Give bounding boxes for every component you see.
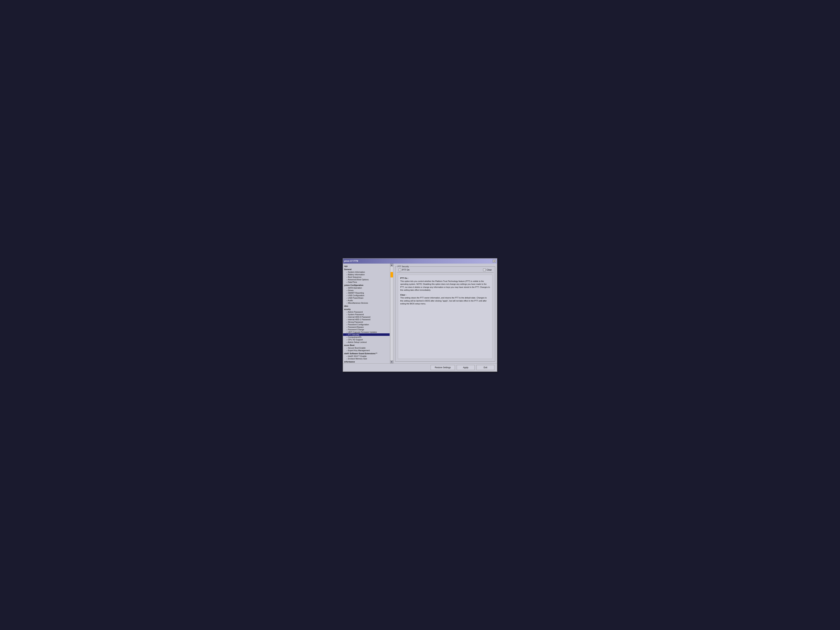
ptt-security-section: PTT Security PTT On Clear	[395, 265, 495, 362]
sidebar-item[interactable]: – Internal HDD-0 Password	[343, 316, 390, 318]
sidebar-item[interactable]: – System Password	[343, 313, 390, 316]
exit-button[interactable]: Exit	[477, 365, 494, 370]
sidebar-category: ecure Boot	[343, 344, 390, 347]
ptt-description: PTT On : This option lets you control wh…	[398, 275, 493, 359]
sidebar-item[interactable]: – USB Configuration	[343, 294, 390, 297]
sidebar-category: ideo	[343, 305, 390, 308]
sidebar-category: General	[343, 268, 390, 271]
main-panel: PTT Security PTT On Clear	[393, 264, 497, 363]
sidebar-item[interactable]: – Password Configuration	[343, 323, 390, 326]
clear-desc-title: Clear :	[400, 294, 406, 296]
scroll-down-arrow[interactable]: ▼	[390, 360, 393, 363]
sidebar-item[interactable]: – CPU XD Support	[343, 338, 390, 341]
sidebar-item[interactable]: – Advanced Boot Options	[343, 278, 390, 281]
clear-area: Clear	[483, 268, 492, 271]
sidebar-item[interactable]: – Expert Key Management	[343, 349, 390, 352]
scroll-thumb[interactable]	[390, 272, 393, 278]
bottom-bar: Restore Settings Apply Exit	[343, 363, 497, 371]
clear-checkbox[interactable]	[483, 268, 486, 271]
sidebar-item[interactable]: – SMART Reporting	[343, 292, 390, 294]
sidebar-item[interactable]: – Secure Boot Enable	[343, 347, 390, 349]
sidebar-category: ntel® Software Guard Extensions™	[343, 352, 390, 355]
apply-button[interactable]: Apply	[457, 365, 475, 370]
divider	[397, 272, 494, 273]
bios-window: piron 17-7779 × ngsGeneral– System Infor…	[343, 258, 497, 372]
sidebar-item[interactable]: – Multi Core Support	[343, 363, 390, 363]
sidebar-item[interactable]: – Enclave Memory Size	[343, 357, 390, 360]
sidebar-category: ecurity	[343, 308, 390, 311]
sidebar-item[interactable]: – Date/Time	[343, 281, 390, 283]
sidebar-item[interactable]: – Password Change	[343, 328, 390, 331]
sidebar-item[interactable]: – Internal HDD-1 Password	[343, 318, 390, 321]
ptt-on-desc: PTT On : This option lets you control wh…	[400, 277, 490, 292]
ptt-on-label: PTT On	[402, 268, 410, 271]
sidebar-item[interactable]: – USB PowerShare	[343, 297, 390, 299]
sidebar-item[interactable]: – Password Bypass	[343, 326, 390, 328]
title-bar: piron 17-7779 ×	[343, 259, 497, 264]
ptt-on-checkbox[interactable]	[399, 268, 401, 271]
clear-checkbox-item[interactable]: Clear	[483, 268, 492, 271]
sidebar-item[interactable]: – Admin Setup Lockout	[343, 341, 390, 343]
sidebar-inner: ngsGeneral– System Information– Battery …	[343, 265, 393, 363]
clear-desc-text: This setting clears the PTT owner inform…	[400, 297, 487, 305]
window-title: piron 17-7779	[344, 260, 358, 262]
sidebar-item[interactable]: – PTT Security	[343, 333, 390, 336]
clear-label: Clear	[486, 268, 492, 271]
ptt-on-area: PTT On	[399, 268, 480, 271]
ptt-on-desc-title: PTT On :	[400, 277, 409, 279]
content-area: ngsGeneral– System Information– Battery …	[343, 264, 497, 363]
sidebar-category: ngs	[343, 265, 390, 268]
sidebar-category: ystem Configuration	[343, 284, 390, 287]
sidebar-item[interactable]: – Boot Sequence	[343, 276, 390, 278]
sidebar-item[interactable]: – Drives	[343, 289, 390, 292]
restore-settings-button[interactable]: Restore Settings	[431, 365, 455, 370]
clear-desc: Clear : This setting clears the PTT owne…	[400, 294, 490, 305]
sidebar-scrollbar: ▲ ▼	[390, 264, 393, 363]
sidebar-item[interactable]: – Miscellaneous Devices	[343, 302, 390, 304]
ptt-on-checkbox-item[interactable]: PTT On	[399, 268, 410, 271]
sidebar-item[interactable]: – Computrace(R)	[343, 336, 390, 338]
scroll-track	[390, 267, 393, 360]
scroll-up-arrow[interactable]: ▲	[390, 264, 393, 267]
sidebar-item[interactable]: – Strong Password	[343, 321, 390, 323]
close-button[interactable]: ×	[493, 260, 496, 262]
ptt-options-row: PTT On Clear	[397, 268, 494, 272]
sidebar-item[interactable]: – SATA Operation	[343, 287, 390, 289]
ptt-security-legend: PTT Security	[397, 265, 410, 268]
sidebar-item[interactable]: – Intel® SGX™ Enable	[343, 355, 390, 357]
sidebar-category: erformance	[343, 360, 390, 363]
sidebar-item[interactable]: – UEFI Capsule Firmware Updates	[343, 331, 390, 333]
sidebar: ngsGeneral– System Information– Battery …	[343, 264, 393, 363]
ptt-on-desc-text: This option lets you control whether the…	[400, 280, 490, 291]
sidebar-item[interactable]: – Audio	[343, 299, 390, 302]
sidebar-item[interactable]: – System Information	[343, 271, 390, 273]
sidebar-item[interactable]: – Battery Information	[343, 273, 390, 276]
sidebar-item[interactable]: – Admin Password	[343, 311, 390, 313]
